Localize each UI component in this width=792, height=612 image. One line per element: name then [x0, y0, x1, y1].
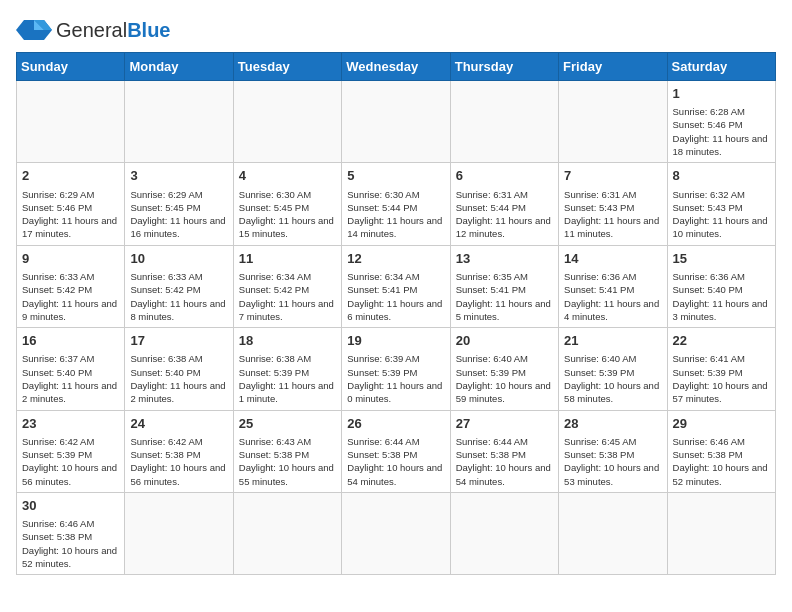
- calendar-week-row: 30Sunrise: 6:46 AM Sunset: 5:38 PM Dayli…: [17, 492, 776, 574]
- day-info: Sunrise: 6:31 AM Sunset: 5:43 PM Dayligh…: [564, 189, 659, 240]
- calendar-cell: [667, 492, 775, 574]
- calendar-cell: 24Sunrise: 6:42 AM Sunset: 5:38 PM Dayli…: [125, 410, 233, 492]
- day-number: 30: [22, 497, 119, 515]
- day-info: Sunrise: 6:40 AM Sunset: 5:39 PM Dayligh…: [456, 353, 551, 404]
- day-info: Sunrise: 6:45 AM Sunset: 5:38 PM Dayligh…: [564, 436, 659, 487]
- calendar-cell: 22Sunrise: 6:41 AM Sunset: 5:39 PM Dayli…: [667, 328, 775, 410]
- day-number: 15: [673, 250, 770, 268]
- calendar-cell: 8Sunrise: 6:32 AM Sunset: 5:43 PM Daylig…: [667, 163, 775, 245]
- calendar-cell: 5Sunrise: 6:30 AM Sunset: 5:44 PM Daylig…: [342, 163, 450, 245]
- day-info: Sunrise: 6:40 AM Sunset: 5:39 PM Dayligh…: [564, 353, 659, 404]
- day-number: 19: [347, 332, 444, 350]
- calendar-cell: 17Sunrise: 6:38 AM Sunset: 5:40 PM Dayli…: [125, 328, 233, 410]
- calendar-cell: [342, 81, 450, 163]
- logo-text: GeneralBlue: [56, 19, 171, 42]
- day-info: Sunrise: 6:38 AM Sunset: 5:39 PM Dayligh…: [239, 353, 334, 404]
- day-info: Sunrise: 6:29 AM Sunset: 5:46 PM Dayligh…: [22, 189, 117, 240]
- day-info: Sunrise: 6:39 AM Sunset: 5:39 PM Dayligh…: [347, 353, 442, 404]
- day-info: Sunrise: 6:33 AM Sunset: 5:42 PM Dayligh…: [22, 271, 117, 322]
- day-number: 25: [239, 415, 336, 433]
- calendar-cell: 2Sunrise: 6:29 AM Sunset: 5:46 PM Daylig…: [17, 163, 125, 245]
- page-header: GeneralBlue: [16, 16, 776, 44]
- calendar-cell: [450, 81, 558, 163]
- calendar-cell: 1Sunrise: 6:28 AM Sunset: 5:46 PM Daylig…: [667, 81, 775, 163]
- day-number: 20: [456, 332, 553, 350]
- day-info: Sunrise: 6:35 AM Sunset: 5:41 PM Dayligh…: [456, 271, 551, 322]
- day-info: Sunrise: 6:30 AM Sunset: 5:44 PM Dayligh…: [347, 189, 442, 240]
- calendar-cell: 4Sunrise: 6:30 AM Sunset: 5:45 PM Daylig…: [233, 163, 341, 245]
- day-number: 23: [22, 415, 119, 433]
- calendar-cell: 9Sunrise: 6:33 AM Sunset: 5:42 PM Daylig…: [17, 245, 125, 327]
- weekday-header-wednesday: Wednesday: [342, 53, 450, 81]
- calendar-cell: 13Sunrise: 6:35 AM Sunset: 5:41 PM Dayli…: [450, 245, 558, 327]
- weekday-header-monday: Monday: [125, 53, 233, 81]
- day-info: Sunrise: 6:44 AM Sunset: 5:38 PM Dayligh…: [456, 436, 551, 487]
- calendar-cell: 23Sunrise: 6:42 AM Sunset: 5:39 PM Dayli…: [17, 410, 125, 492]
- day-info: Sunrise: 6:36 AM Sunset: 5:41 PM Dayligh…: [564, 271, 659, 322]
- day-number: 2: [22, 167, 119, 185]
- calendar-cell: 28Sunrise: 6:45 AM Sunset: 5:38 PM Dayli…: [559, 410, 667, 492]
- day-info: Sunrise: 6:33 AM Sunset: 5:42 PM Dayligh…: [130, 271, 225, 322]
- day-number: 9: [22, 250, 119, 268]
- calendar-cell: [450, 492, 558, 574]
- day-number: 8: [673, 167, 770, 185]
- calendar-cell: [233, 492, 341, 574]
- calendar-cell: 26Sunrise: 6:44 AM Sunset: 5:38 PM Dayli…: [342, 410, 450, 492]
- calendar-cell: 18Sunrise: 6:38 AM Sunset: 5:39 PM Dayli…: [233, 328, 341, 410]
- weekday-header-thursday: Thursday: [450, 53, 558, 81]
- day-number: 1: [673, 85, 770, 103]
- day-number: 13: [456, 250, 553, 268]
- calendar-cell: 21Sunrise: 6:40 AM Sunset: 5:39 PM Dayli…: [559, 328, 667, 410]
- calendar-cell: 7Sunrise: 6:31 AM Sunset: 5:43 PM Daylig…: [559, 163, 667, 245]
- day-number: 24: [130, 415, 227, 433]
- calendar-week-row: 1Sunrise: 6:28 AM Sunset: 5:46 PM Daylig…: [17, 81, 776, 163]
- logo-icon: [16, 16, 52, 44]
- calendar-cell: 6Sunrise: 6:31 AM Sunset: 5:44 PM Daylig…: [450, 163, 558, 245]
- calendar-cell: 3Sunrise: 6:29 AM Sunset: 5:45 PM Daylig…: [125, 163, 233, 245]
- day-number: 3: [130, 167, 227, 185]
- calendar: SundayMondayTuesdayWednesdayThursdayFrid…: [16, 52, 776, 575]
- logo: GeneralBlue: [16, 16, 171, 44]
- calendar-week-row: 23Sunrise: 6:42 AM Sunset: 5:39 PM Dayli…: [17, 410, 776, 492]
- day-number: 27: [456, 415, 553, 433]
- calendar-week-row: 9Sunrise: 6:33 AM Sunset: 5:42 PM Daylig…: [17, 245, 776, 327]
- calendar-cell: 11Sunrise: 6:34 AM Sunset: 5:42 PM Dayli…: [233, 245, 341, 327]
- calendar-cell: [342, 492, 450, 574]
- weekday-header-tuesday: Tuesday: [233, 53, 341, 81]
- calendar-cell: [233, 81, 341, 163]
- day-number: 6: [456, 167, 553, 185]
- calendar-cell: 16Sunrise: 6:37 AM Sunset: 5:40 PM Dayli…: [17, 328, 125, 410]
- calendar-cell: 25Sunrise: 6:43 AM Sunset: 5:38 PM Dayli…: [233, 410, 341, 492]
- day-number: 16: [22, 332, 119, 350]
- day-info: Sunrise: 6:41 AM Sunset: 5:39 PM Dayligh…: [673, 353, 768, 404]
- weekday-header-sunday: Sunday: [17, 53, 125, 81]
- day-number: 29: [673, 415, 770, 433]
- day-info: Sunrise: 6:31 AM Sunset: 5:44 PM Dayligh…: [456, 189, 551, 240]
- day-info: Sunrise: 6:34 AM Sunset: 5:42 PM Dayligh…: [239, 271, 334, 322]
- calendar-cell: 19Sunrise: 6:39 AM Sunset: 5:39 PM Dayli…: [342, 328, 450, 410]
- day-info: Sunrise: 6:28 AM Sunset: 5:46 PM Dayligh…: [673, 106, 768, 157]
- day-info: Sunrise: 6:30 AM Sunset: 5:45 PM Dayligh…: [239, 189, 334, 240]
- weekday-header-row: SundayMondayTuesdayWednesdayThursdayFrid…: [17, 53, 776, 81]
- day-number: 7: [564, 167, 661, 185]
- day-info: Sunrise: 6:37 AM Sunset: 5:40 PM Dayligh…: [22, 353, 117, 404]
- day-number: 5: [347, 167, 444, 185]
- calendar-cell: [125, 492, 233, 574]
- day-number: 12: [347, 250, 444, 268]
- day-info: Sunrise: 6:46 AM Sunset: 5:38 PM Dayligh…: [22, 518, 117, 569]
- day-info: Sunrise: 6:42 AM Sunset: 5:38 PM Dayligh…: [130, 436, 225, 487]
- day-info: Sunrise: 6:34 AM Sunset: 5:41 PM Dayligh…: [347, 271, 442, 322]
- calendar-cell: 20Sunrise: 6:40 AM Sunset: 5:39 PM Dayli…: [450, 328, 558, 410]
- day-number: 11: [239, 250, 336, 268]
- day-number: 18: [239, 332, 336, 350]
- calendar-cell: [125, 81, 233, 163]
- day-number: 17: [130, 332, 227, 350]
- day-info: Sunrise: 6:38 AM Sunset: 5:40 PM Dayligh…: [130, 353, 225, 404]
- day-number: 14: [564, 250, 661, 268]
- calendar-cell: 27Sunrise: 6:44 AM Sunset: 5:38 PM Dayli…: [450, 410, 558, 492]
- calendar-cell: 29Sunrise: 6:46 AM Sunset: 5:38 PM Dayli…: [667, 410, 775, 492]
- day-info: Sunrise: 6:36 AM Sunset: 5:40 PM Dayligh…: [673, 271, 768, 322]
- day-info: Sunrise: 6:32 AM Sunset: 5:43 PM Dayligh…: [673, 189, 768, 240]
- calendar-cell: [559, 492, 667, 574]
- day-number: 22: [673, 332, 770, 350]
